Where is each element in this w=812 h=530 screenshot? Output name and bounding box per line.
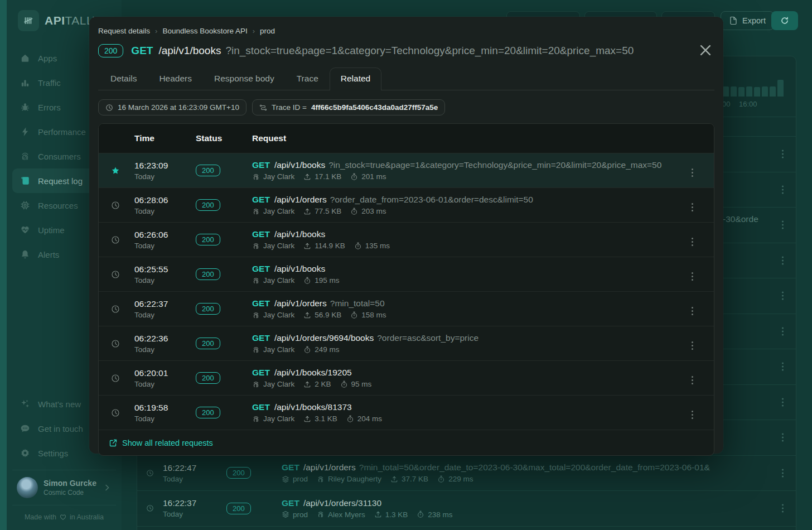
request-path: /api/v1/books — [274, 160, 325, 170]
row-menu-button — [780, 431, 786, 444]
consumer-name: Jay Clark — [263, 276, 294, 285]
row-menu-button — [780, 183, 786, 196]
request-meta: Jay Clark 195 ms — [252, 276, 689, 285]
clock-icon — [111, 374, 120, 383]
status-badge: 200 — [196, 268, 220, 280]
row-menu-button[interactable] — [689, 201, 695, 214]
upload-size-icon — [303, 173, 311, 181]
close-icon[interactable] — [698, 42, 713, 58]
sidebar-item-label: Traffic — [38, 78, 61, 88]
tab-trace[interactable]: Trace — [286, 68, 330, 90]
response-size: 77.5 KB — [315, 207, 341, 215]
environment-label: prod — [293, 475, 308, 483]
tab-response-body[interactable]: Response body — [203, 68, 286, 90]
row-menu-button[interactable] — [689, 270, 695, 283]
tab-related[interactable]: Related — [330, 68, 381, 90]
modal-tabs: Details Headers Response body Trace Rela… — [98, 68, 714, 90]
consumer-name: Jay Clark — [263, 415, 294, 423]
user-profile[interactable]: Simon Gurcke Cosmic Code — [12, 470, 116, 505]
request-time: 16:23:09 — [134, 161, 196, 171]
upload-size-icon — [374, 510, 382, 518]
status-badge: 200 — [196, 199, 220, 211]
heart-icon — [59, 513, 67, 521]
timestamp-chip: 16 March 2026 at 16:23:09 GMT+10 — [98, 99, 246, 115]
http-method: GET — [252, 229, 270, 239]
breadcrumb-item[interactable]: prod — [260, 27, 275, 35]
status-badge: 200 — [196, 234, 220, 245]
related-request-row[interactable]: 06:22:36 Today 200 GET/api/v1/orders/969… — [99, 326, 714, 360]
sparkles-icon — [20, 399, 30, 409]
related-request-row[interactable]: 06:28:06 Today 200 GET/api/v1/orders?ord… — [99, 187, 714, 222]
request-query: ?order_date_from=2023-06-01&order=desc&l… — [330, 195, 533, 204]
row-menu-button[interactable] — [689, 408, 695, 421]
http-method: GET — [252, 333, 270, 343]
fingerprint-icon — [252, 380, 260, 388]
screen: APITALLY Apps Traffic Errors Performance — [0, 0, 812, 530]
http-method: GET — [252, 402, 270, 412]
axis-tick: 16:00 — [739, 100, 757, 108]
related-request-row[interactable]: 06:22:37 Today 200 GET/api/v1/orders?min… — [99, 291, 714, 326]
show-all-related-link[interactable]: Show all related requests — [109, 439, 213, 447]
row-menu-button — [780, 466, 786, 479]
stopwatch-icon — [354, 242, 362, 250]
request-meta: Jay Clark 56.9 KB 158 ms — [252, 311, 689, 319]
layers-icon — [282, 475, 289, 483]
sidebar-item-label: Uptime — [38, 225, 65, 235]
chat-bubble-icon — [20, 423, 30, 433]
star-icon — [111, 166, 120, 175]
request-time: 06:26:06 — [134, 230, 196, 240]
consumer-name: Jay Clark — [263, 345, 294, 354]
refresh-icon — [780, 16, 789, 25]
stopwatch-icon — [303, 346, 311, 354]
request-meta: Jay Clark 17.1 KB 201 ms — [252, 172, 689, 181]
row-menu-button — [780, 502, 786, 515]
response-size: 56.9 KB — [315, 311, 341, 319]
request-title: 200 GET /api/v1/books ?in_stock=true&pag… — [98, 44, 714, 57]
response-size: 17.1 KB — [315, 172, 341, 181]
tab-headers[interactable]: Headers — [148, 68, 203, 90]
response-time: 249 ms — [315, 345, 339, 354]
refresh-button[interactable] — [771, 11, 798, 30]
clock-icon — [111, 201, 120, 210]
table-header: Time Status Request — [99, 124, 714, 153]
row-menu-button — [780, 148, 786, 161]
home-icon — [20, 53, 30, 63]
related-request-row[interactable]: 06:20:01 Today 200 GET/api/v1/books/1920… — [99, 360, 714, 395]
fingerprint-icon — [317, 475, 325, 483]
row-menu-button — [780, 360, 786, 373]
row-menu-button[interactable] — [689, 235, 695, 248]
response-size: 1.3 KB — [385, 510, 408, 519]
show-all-related-label: Show all related requests — [122, 439, 213, 447]
breadcrumb-item[interactable]: Request details — [98, 27, 150, 35]
layers-icon — [282, 510, 289, 518]
request-line: GET/api/v1/books?in_stock=true&page=1&ca… — [252, 160, 689, 170]
request-time: 06:28:06 — [134, 195, 196, 205]
table-footer: Show all related requests — [99, 430, 714, 455]
status-badge: 200 — [196, 407, 220, 418]
request-query: ?in_stock=true&page=1&category=Technolog… — [328, 160, 661, 170]
bug-icon — [20, 102, 30, 112]
breadcrumb-item[interactable]: Boundless Bookstore API — [162, 27, 247, 35]
tab-details[interactable]: Details — [99, 68, 148, 90]
request-path: /api/v1/books — [274, 264, 325, 273]
export-button[interactable]: Export — [721, 11, 774, 30]
background-request-row: 16:22:47 Today 200 GET/api/v1/orders?min… — [137, 455, 796, 491]
related-request-row[interactable]: 06:26:06 Today 200 GET/api/v1/books Jay … — [99, 222, 714, 257]
fingerprint-icon — [252, 346, 260, 354]
column-time: Time — [134, 133, 196, 143]
related-request-row[interactable]: 16:23:09 Today 200 GET/api/v1/books?in_s… — [99, 153, 714, 187]
fingerprint-icon — [252, 277, 260, 285]
related-request-row[interactable]: 06:25:55 Today 200 GET/api/v1/books Jay … — [99, 257, 714, 291]
request-path: /api/v1/orders — [303, 462, 356, 472]
row-menu-button — [780, 396, 786, 408]
row-menu-button[interactable] — [689, 339, 695, 352]
request-time: 06:19:58 — [134, 403, 196, 413]
request-date: Today — [134, 345, 196, 354]
related-request-row[interactable]: 06:19:58 Today 200 GET/api/v1/books/8137… — [99, 395, 714, 430]
row-menu-button[interactable] — [689, 305, 695, 317]
row-menu-button[interactable] — [689, 166, 695, 179]
window-edge-strip — [0, 0, 7, 530]
row-menu-button[interactable] — [689, 374, 695, 387]
column-status: Status — [196, 133, 252, 143]
request-line: GET/api/v1/books/19205 — [252, 368, 689, 378]
